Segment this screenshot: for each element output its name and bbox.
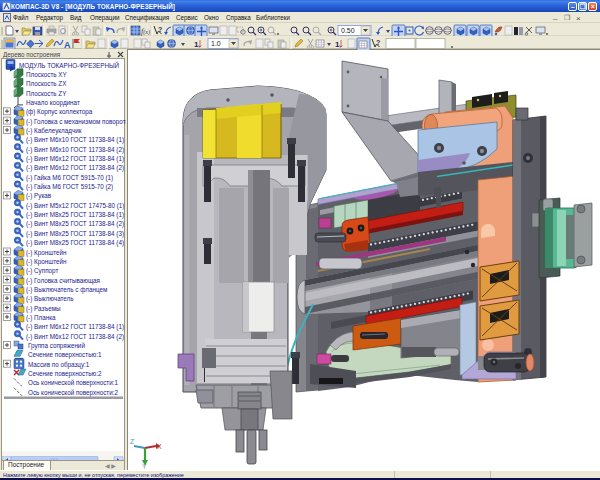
svg-text:(-) Разъемы: (-) Разъемы bbox=[26, 305, 61, 313]
svg-text:(-) Выключатель с фланцем: (-) Выключатель с фланцем bbox=[26, 286, 107, 294]
svg-text:(-) Винт М8х25 ГОСТ 11738-84 (: (-) Винт М8х25 ГОСТ 11738-84 (3) bbox=[26, 230, 124, 238]
svg-text:(-) Головка с механизмом повор: (-) Головка с механизмом поворота bbox=[26, 118, 126, 126]
svg-text:Плоскость ZY: Плоскость ZY bbox=[26, 90, 67, 97]
svg-text:1.0: 1.0 bbox=[211, 40, 221, 47]
svg-text:(-) Винт М6х12 ГОСТ 11738-84 (: (-) Винт М6х12 ГОСТ 11738-84 (1) bbox=[26, 155, 124, 163]
svg-text:1,: 1, bbox=[194, 40, 200, 49]
svg-text:f(x): f(x) bbox=[141, 27, 150, 36]
svg-text:Z: Z bbox=[130, 438, 135, 445]
svg-text:(-) Кронштейн: (-) Кронштейн bbox=[26, 258, 67, 266]
svg-text:(-) Винт М5х12 ГОСТ 17475-80 (: (-) Винт М5х12 ГОСТ 17475-80 (1) bbox=[26, 202, 124, 210]
svg-text:Y: Y bbox=[142, 463, 147, 470]
svg-text:?: ? bbox=[376, 39, 380, 46]
svg-text:(-) Головка считывающая: (-) Головка считывающая bbox=[26, 277, 100, 285]
svg-text:Плоскость ZX: Плоскость ZX bbox=[26, 80, 67, 87]
svg-text:(-) Винт М8х25 ГОСТ 11738-84 (: (-) Винт М8х25 ГОСТ 11738-84 (1) bbox=[26, 211, 124, 219]
svg-text:Сечение поверхностью:1: Сечение поверхностью:1 bbox=[28, 351, 102, 359]
svg-text:Начало координат: Начало координат bbox=[26, 99, 80, 107]
svg-text:(-) Винт М6х10 ГОСТ 11738-84 (: (-) Винт М6х10 ГОСТ 11738-84 (1) bbox=[26, 136, 124, 144]
svg-text:A: A bbox=[64, 40, 71, 50]
svg-text:(-) Суппорт: (-) Суппорт bbox=[26, 267, 58, 275]
svg-text:Плоскость XY: Плоскость XY bbox=[26, 71, 68, 78]
svg-text:Группа сопряжений: Группа сопряжений bbox=[28, 342, 85, 350]
svg-text:МОДУЛЬ ТОКАРНО-ФРЕЗЕРНЫЙ: МОДУЛЬ ТОКАРНО-ФРЕЗЕРНЫЙ bbox=[19, 61, 120, 70]
svg-text:(-) Винт М6х12 ГОСТ 11738-84 (: (-) Винт М6х12 ГОСТ 11738-84 (2) bbox=[26, 333, 124, 341]
svg-text:(-) Винт М8х25 ГОСТ 11738-84 (: (-) Винт М8х25 ГОСТ 11738-84 (4) bbox=[26, 239, 124, 247]
svg-text:(-) Рукав: (-) Рукав bbox=[26, 192, 52, 200]
svg-text:0.50: 0.50 bbox=[341, 27, 355, 34]
svg-text:(-) Гайка М6 ГОСТ 5915-70 (2): (-) Гайка М6 ГОСТ 5915-70 (2) bbox=[26, 183, 113, 191]
svg-text:(-) Выключатель: (-) Выключатель bbox=[26, 295, 74, 303]
svg-text:(-) Кабелеукладчик: (-) Кабелеукладчик bbox=[26, 127, 82, 135]
svg-text:(-) Винт М8х25 ГОСТ 11738-84 (: (-) Винт М8х25 ГОСТ 11738-84 (2) bbox=[26, 220, 124, 228]
svg-text:(ф) Корпус коллектора: (ф) Корпус коллектора bbox=[26, 108, 93, 116]
svg-text:Сечение поверхностью:2: Сечение поверхностью:2 bbox=[28, 370, 102, 378]
svg-text:Ось конической поверхности:1: Ось конической поверхности:1 bbox=[28, 379, 118, 387]
svg-text:(-) Гайка М6 ГОСТ 5915-70 (1): (-) Гайка М6 ГОСТ 5915-70 (1) bbox=[26, 174, 113, 182]
svg-text:X: X bbox=[157, 443, 162, 450]
svg-text:(-) Винт М6х12 ГОСТ 11738-84 (: (-) Винт М6х12 ГОСТ 11738-84 (1) bbox=[26, 323, 124, 331]
svg-text:Ось конической поверхности:2: Ось конической поверхности:2 bbox=[28, 389, 118, 397]
svg-text:(-) Кронштейн: (-) Кронштейн bbox=[26, 249, 67, 257]
svg-text:(-) Винт М6х12 ГОСТ 11738-84 (: (-) Винт М6х12 ГОСТ 11738-84 (2) bbox=[26, 164, 124, 172]
svg-text:Массив по образцу:1: Массив по образцу:1 bbox=[28, 361, 90, 369]
svg-text:?: ? bbox=[158, 26, 162, 33]
svg-text:(-) Винт М6х10 ГОСТ 11738-84 (: (-) Винт М6х10 ГОСТ 11738-84 (2) bbox=[26, 146, 124, 154]
svg-text:1,: 1, bbox=[335, 40, 341, 49]
svg-text:(-) Планка: (-) Планка bbox=[26, 314, 56, 322]
